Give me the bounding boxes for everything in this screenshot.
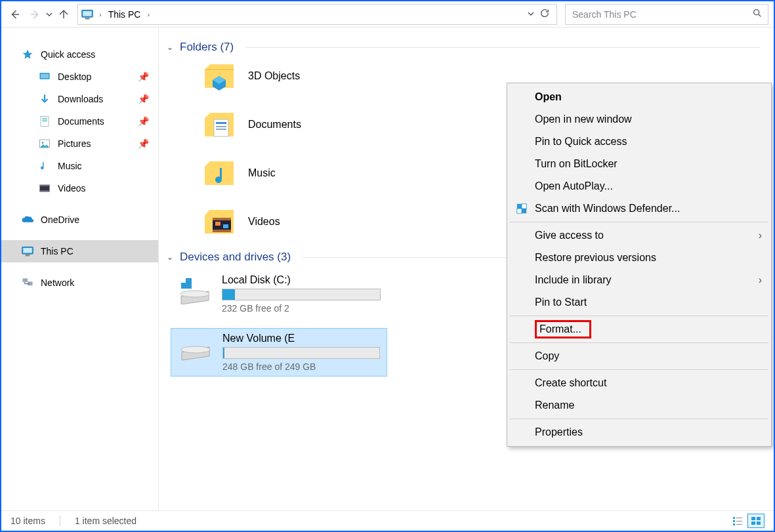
ctx-pin-start[interactable]: Pin to Start	[509, 291, 770, 314]
svg-rect-33	[522, 204, 526, 209]
music-folder-icon	[202, 157, 236, 189]
ctx-label: Properties	[535, 426, 583, 438]
nav-label: This PC	[41, 246, 73, 256]
music-icon	[38, 160, 51, 172]
nav-desktop[interactable]: Desktop 📌	[1, 66, 158, 88]
drive-new-volume-e[interactable]: New Volume (E 248 GB free of 249 GB	[171, 328, 387, 377]
ctx-give-access-to[interactable]: Give access to›	[509, 224, 770, 247]
svg-rect-2	[85, 18, 90, 20]
ctx-label: Include in library	[535, 274, 612, 286]
drive-info: New Volume (E 248 GB free of 249 GB	[222, 333, 380, 372]
ctx-autoplay[interactable]: Open AutoPlay...	[509, 175, 770, 197]
ctx-label: Rename	[535, 399, 574, 411]
ctx-pin-quick-access[interactable]: Pin to Quick access	[509, 131, 770, 153]
nav-this-pc[interactable]: This PC	[1, 240, 158, 262]
content-pane: ⌄ Folders (7) 3D Objects Documen	[159, 28, 774, 511]
nav-label: OneDrive	[41, 215, 79, 225]
file-explorer-window: › This PC ›	[0, 0, 775, 532]
svg-rect-20	[216, 122, 226, 124]
ctx-restore-versions[interactable]: Restore previous versions	[509, 247, 770, 269]
documents-folder-icon	[202, 109, 236, 140]
search-input[interactable]	[571, 9, 752, 20]
nav-quick-access[interactable]: Quick access	[1, 43, 158, 66]
ctx-include-library[interactable]: Include in library›	[509, 269, 770, 291]
ctx-separator	[510, 222, 768, 222]
details-view-button[interactable]	[729, 514, 746, 528]
svg-rect-22	[216, 129, 226, 130]
svg-point-3	[754, 10, 759, 15]
ctx-windows-defender[interactable]: Scan with Windows Defender...	[509, 197, 770, 220]
ctx-label: Restore previous versions	[535, 252, 656, 264]
svg-rect-43	[757, 517, 761, 520]
ctx-label: Copy	[535, 350, 559, 362]
ctx-label: Scan with Windows Defender...	[535, 203, 680, 215]
folder-3d-objects[interactable]: 3D Objects	[202, 60, 373, 92]
folder-videos[interactable]: Videos	[202, 206, 373, 237]
desktop-icon	[38, 71, 51, 83]
search-box[interactable]	[565, 4, 768, 25]
svg-rect-38	[733, 520, 735, 522]
svg-rect-35	[522, 209, 526, 213]
up-button[interactable]	[55, 6, 72, 23]
ctx-label: Open in new window	[535, 113, 632, 125]
this-pc-icon	[81, 9, 93, 20]
ctx-open[interactable]: Open	[509, 86, 770, 108]
folder-label: Music	[248, 167, 276, 179]
group-header-folders[interactable]: ⌄ Folders (7)	[165, 41, 761, 54]
ctx-format[interactable]: Format...	[509, 318, 770, 340]
svg-rect-1	[83, 11, 91, 16]
svg-rect-21	[216, 126, 226, 127]
recent-locations-dropdown[interactable]	[46, 11, 52, 18]
view-mode-buttons	[729, 514, 765, 528]
drive-free-text: 232 GB free of 2	[222, 303, 381, 314]
quick-access-icon	[21, 49, 34, 60]
ctx-bitlocker[interactable]: Turn on BitLocker	[509, 153, 770, 175]
svg-rect-37	[736, 518, 742, 518]
forward-button[interactable]	[26, 6, 43, 23]
ctx-label: Pin to Quick access	[535, 136, 627, 148]
nav-network[interactable]: Network	[1, 272, 158, 294]
nav-videos[interactable]: Videos	[1, 177, 158, 199]
ctx-properties[interactable]: Properties	[509, 421, 770, 443]
videos-icon	[38, 182, 51, 194]
pictures-icon	[38, 138, 51, 150]
3d-objects-icon	[202, 60, 236, 92]
drive-usage-bar	[222, 289, 381, 300]
address-history-dropdown[interactable]	[528, 10, 534, 18]
svg-rect-25	[213, 230, 231, 232]
tiles-view-button[interactable]	[747, 514, 765, 528]
folder-music[interactable]: Music	[202, 157, 373, 189]
svg-rect-41	[736, 524, 742, 525]
ctx-create-shortcut[interactable]: Create shortcut	[509, 372, 770, 394]
ctx-copy[interactable]: Copy	[509, 345, 770, 367]
navigation-pane: Quick access Desktop 📌 Downloads 📌 Docum…	[1, 28, 159, 511]
svg-rect-44	[751, 522, 755, 525]
nav-pictures[interactable]: Pictures 📌	[1, 133, 158, 155]
refresh-button[interactable]	[535, 8, 554, 20]
back-button[interactable]	[7, 6, 24, 23]
svg-rect-15	[23, 248, 31, 253]
context-menu: Open Open in new window Pin to Quick acc…	[507, 83, 772, 447]
ctx-rename[interactable]: Rename	[509, 394, 770, 417]
pin-icon: 📌	[138, 94, 149, 104]
nav-label: Quick access	[41, 49, 95, 60]
ctx-open-new-window[interactable]: Open in new window	[509, 108, 770, 131]
folder-label: Videos	[248, 216, 280, 228]
ctx-separator	[510, 342, 768, 343]
nav-label: Pictures	[58, 138, 91, 149]
svg-rect-19	[214, 119, 228, 136]
this-pc-icon	[21, 245, 34, 257]
nav-downloads[interactable]: Downloads 📌	[1, 88, 158, 110]
nav-documents[interactable]: Documents 📌	[1, 110, 158, 133]
folder-documents[interactable]: Documents	[202, 109, 373, 140]
nav-music[interactable]: Music	[1, 155, 158, 177]
breadcrumb-chevron-icon[interactable]: ›	[143, 10, 154, 18]
address-bar[interactable]: › This PC ›	[77, 4, 557, 25]
drive-local-c[interactable]: Local Disk (C:) 232 GB free of 2	[171, 270, 387, 317]
breadcrumb-chevron-icon[interactable]: ›	[95, 10, 106, 18]
breadcrumb-this-pc[interactable]: This PC	[108, 9, 141, 20]
svg-rect-17	[23, 278, 28, 282]
defender-shield-icon	[515, 202, 528, 215]
pin-icon: 📌	[138, 138, 149, 149]
nav-onedrive[interactable]: OneDrive	[1, 209, 158, 231]
